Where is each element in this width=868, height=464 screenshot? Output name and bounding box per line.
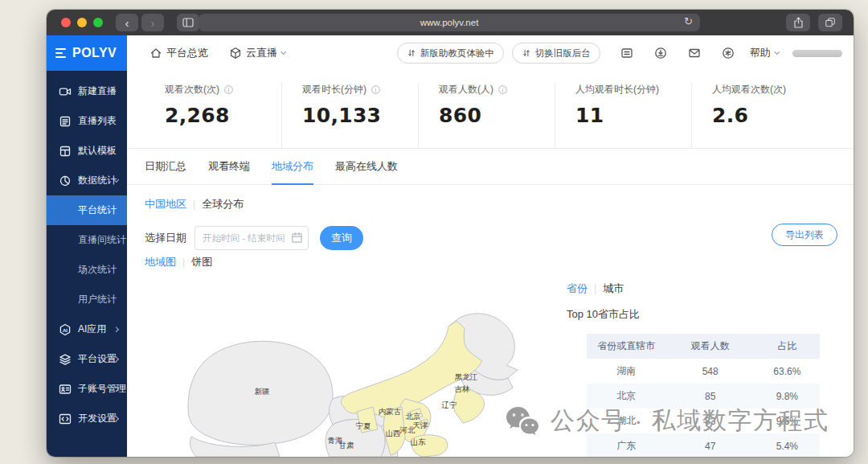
sidebar-subitem-label: 场次统计	[78, 263, 117, 277]
sidebar-subitem[interactable]: 平台统计	[47, 195, 127, 225]
sidebar-item[interactable]: 开发设置	[47, 404, 127, 433]
region-link[interactable]: 全球分布	[202, 197, 244, 211]
sidebar-item[interactable]: 子账号管理	[47, 374, 127, 404]
layers-icon	[59, 353, 72, 366]
minimize-icon[interactable]	[77, 18, 87, 27]
header-pill-button[interactable]: 新版助教页体验中	[397, 43, 504, 64]
table-row[interactable]: 湖南54863.6%	[587, 359, 820, 384]
calendar-icon	[291, 232, 303, 244]
code-icon	[59, 413, 72, 425]
stat-value: 2.6	[712, 104, 828, 127]
tab-active[interactable]: 地域分布	[272, 149, 313, 184]
sidebar-subitem[interactable]: 用户统计	[47, 285, 127, 314]
map-label: 宁夏	[356, 421, 372, 430]
sidebar-item-label: 直播列表	[78, 114, 117, 128]
geo-cell: 63.6%	[755, 366, 820, 377]
close-icon[interactable]	[61, 18, 71, 27]
url-bar[interactable]: www.polyv.net ↻	[199, 14, 700, 31]
region-link[interactable]: 中国地区	[145, 197, 186, 211]
browser-back-button[interactable]: ‹	[116, 14, 138, 31]
geo-col-header: 观看人数	[666, 339, 755, 353]
main-content: 观看次数(次)2,268观看时长(分钟)10,133观看人数(人)860人均观看…	[127, 71, 854, 457]
info-icon[interactable]	[223, 84, 234, 95]
tab-overview-icon[interactable]	[818, 14, 842, 31]
table-row[interactable]: 广东475.4%	[587, 433, 820, 457]
sidebar-item[interactable]: AIAI应用	[47, 314, 127, 344]
service-icon[interactable]	[722, 47, 735, 60]
logo-block[interactable]: POLYV	[47, 35, 127, 71]
stat-label-text: 观看人数(人)	[439, 83, 493, 96]
scope-link[interactable]: 省份	[567, 281, 588, 296]
view-link[interactable]: 地域图	[145, 255, 176, 269]
tab-item[interactable]: 日期汇总	[145, 149, 186, 184]
geo-cell: 湖北	[587, 414, 666, 428]
pill-buttons: 新版助教页体验中切换旧版后台	[397, 43, 600, 64]
stat-card: 观看次数(次)2,268	[165, 83, 281, 148]
sidebar-item[interactable]: 平台设置	[47, 344, 127, 374]
app-header: POLYV 平台总览 云直播 新版助教页体验中切换旧版后台 帮助	[47, 35, 854, 71]
view-link[interactable]: 饼图	[191, 255, 212, 269]
sidebar-item-label: 默认模板	[78, 144, 117, 158]
fullscreen-icon[interactable]	[93, 18, 103, 27]
geo-cell: 85	[666, 391, 755, 402]
stat-card: 观看时长(分钟)10,133	[281, 83, 418, 148]
geo-cell: 47	[666, 441, 755, 452]
chevron-down-icon	[280, 49, 287, 55]
download-icon[interactable]	[654, 47, 667, 60]
geo-col-header: 占比	[755, 339, 820, 353]
help-label: 帮助	[750, 46, 771, 60]
sidebar-item[interactable]: 新建直播	[47, 76, 127, 106]
switch-icon	[407, 48, 416, 58]
date-filter-row: 选择日期 查询	[145, 226, 363, 250]
geo-cell: 83	[666, 416, 755, 427]
scope-link[interactable]: 城市	[603, 281, 624, 296]
stat-card: 观看人数(人)860	[418, 83, 555, 148]
table-row[interactable]: 北京859.8%	[587, 384, 820, 409]
polyv-logo: POLYV	[72, 46, 117, 60]
sidebar-subitem[interactable]: 直播间统计	[47, 225, 127, 255]
chevron-down-icon	[774, 49, 780, 55]
titlebar-right	[786, 14, 842, 31]
tab-item[interactable]: 观看终端	[208, 149, 250, 184]
sidebar-item-label: 开发设置	[78, 412, 117, 425]
header-pill-button[interactable]: 切换旧版后台	[512, 43, 600, 64]
export-list-button[interactable]: 导出列表	[772, 224, 837, 246]
nav-platform-overview[interactable]: 平台总览	[149, 46, 208, 60]
sidebar-item[interactable]: 直播列表	[47, 106, 127, 136]
browser-forward-button[interactable]: ›	[141, 14, 164, 31]
share-icon[interactable]	[786, 14, 810, 31]
scope-toggle: 省份|城市	[567, 281, 624, 296]
map-label: 内蒙古	[379, 407, 402, 416]
sidebar-subitem[interactable]: 场次统计	[47, 255, 127, 285]
help-menu[interactable]: 帮助	[750, 46, 779, 60]
query-button[interactable]: 查询	[320, 226, 363, 250]
stat-label-text: 观看次数(次)	[165, 83, 219, 96]
menu-collapse-icon[interactable]	[55, 48, 66, 58]
account-name-redacted[interactable]	[792, 50, 842, 57]
stat-card: 人均观看时长(分钟)11	[555, 83, 691, 148]
separator: |	[193, 199, 195, 210]
sidebar-item-label: 数据统计	[78, 174, 117, 187]
nav-cloud-live[interactable]: 云直播	[229, 46, 285, 60]
map-label: 辽宁	[441, 400, 457, 409]
map-view-toggle: 地域图|饼图	[145, 255, 212, 269]
stat-value: 2,268	[165, 104, 281, 127]
geo-cell: 9.6%	[755, 416, 820, 427]
sidebar-item[interactable]: 数据统计	[47, 166, 127, 195]
sidebar-item[interactable]: 默认模板	[47, 136, 127, 166]
tab-item[interactable]: 最高在线人数	[335, 149, 398, 184]
message-icon[interactable]	[620, 47, 633, 60]
sidebar-toggle-icon[interactable]	[177, 14, 199, 31]
info-icon[interactable]	[371, 84, 381, 95]
stat-label-text: 人均观看时长(分钟)	[575, 83, 659, 96]
table-row[interactable]: 湖北839.6%	[587, 409, 820, 433]
geo-col-header: 省份或直辖市	[587, 339, 666, 353]
mail-icon[interactable]	[688, 47, 701, 60]
screen: ‹ › www.polyv.net ↻ POLYV	[0, 0, 868, 464]
map-label: 山东	[411, 437, 427, 446]
stat-label: 人均观看时长(分钟)	[575, 83, 691, 96]
info-icon[interactable]	[497, 84, 508, 95]
geo-cell: 9.8%	[755, 391, 820, 402]
reload-icon[interactable]: ↻	[684, 15, 693, 27]
browser-window: ‹ › www.polyv.net ↻ POLYV	[47, 10, 854, 457]
